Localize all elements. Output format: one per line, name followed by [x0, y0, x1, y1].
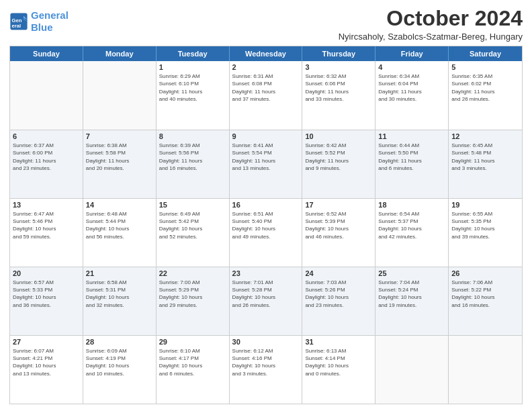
weekday-header: Friday: [375, 46, 449, 61]
day-number: 13: [13, 201, 80, 209]
calendar-row: 13Sunrise: 6:47 AM Sunset: 5:46 PM Dayli…: [10, 198, 522, 267]
calendar-cell: 31Sunrise: 6:13 AM Sunset: 4:14 PM Dayli…: [302, 336, 375, 404]
calendar-cell: 16Sunrise: 6:51 AM Sunset: 5:40 PM Dayli…: [230, 199, 303, 267]
calendar-cell: 1Sunrise: 6:29 AM Sunset: 6:10 PM Daylig…: [157, 61, 230, 130]
day-info: Sunrise: 6:38 AM Sunset: 5:58 PM Dayligh…: [86, 142, 153, 172]
calendar-cell: 28Sunrise: 6:09 AM Sunset: 4:19 PM Dayli…: [83, 336, 157, 404]
day-number: 21: [86, 269, 153, 277]
day-number: 5: [451, 63, 519, 71]
logo-line1: General: [31, 9, 69, 21]
calendar-cell: [10, 61, 83, 130]
calendar-header: SundayMondayTuesdayWednesdayThursdayFrid…: [10, 46, 522, 61]
calendar-row: 1Sunrise: 6:29 AM Sunset: 6:10 PM Daylig…: [10, 61, 522, 130]
calendar-cell: 11Sunrise: 6:44 AM Sunset: 5:50 PM Dayli…: [375, 130, 449, 198]
day-number: 25: [378, 269, 445, 277]
calendar-row: 20Sunrise: 6:57 AM Sunset: 5:33 PM Dayli…: [10, 267, 522, 335]
day-number: 7: [86, 132, 153, 140]
calendar-row: 27Sunrise: 6:07 AM Sunset: 4:21 PM Dayli…: [10, 335, 522, 404]
calendar-cell: 18Sunrise: 6:54 AM Sunset: 5:37 PM Dayli…: [375, 199, 449, 267]
day-info: Sunrise: 6:32 AM Sunset: 6:06 PM Dayligh…: [305, 73, 372, 103]
day-number: 14: [86, 201, 153, 209]
day-info: Sunrise: 6:51 AM Sunset: 5:40 PM Dayligh…: [232, 210, 300, 240]
calendar-cell: 15Sunrise: 6:49 AM Sunset: 5:42 PM Dayli…: [157, 199, 230, 267]
day-number: 4: [378, 63, 445, 71]
calendar-cell: 30Sunrise: 6:12 AM Sunset: 4:16 PM Dayli…: [230, 336, 303, 404]
day-info: Sunrise: 6:09 AM Sunset: 4:19 PM Dayligh…: [86, 347, 153, 377]
calendar-cell: 9Sunrise: 6:41 AM Sunset: 5:54 PM Daylig…: [230, 130, 303, 198]
calendar-cell: 19Sunrise: 6:55 AM Sunset: 5:35 PM Dayli…: [449, 199, 522, 267]
day-info: Sunrise: 6:58 AM Sunset: 5:31 PM Dayligh…: [86, 279, 153, 309]
day-info: Sunrise: 6:35 AM Sunset: 6:02 PM Dayligh…: [451, 73, 519, 103]
day-info: Sunrise: 6:57 AM Sunset: 5:33 PM Dayligh…: [13, 279, 80, 309]
weekday-header: Monday: [83, 46, 157, 61]
calendar-cell: 12Sunrise: 6:45 AM Sunset: 5:48 PM Dayli…: [449, 130, 522, 198]
day-number: 2: [232, 63, 300, 71]
calendar-cell: [449, 336, 522, 404]
calendar: SundayMondayTuesdayWednesdayThursdayFrid…: [9, 46, 523, 404]
day-number: 17: [305, 201, 372, 209]
calendar-cell: 2Sunrise: 6:31 AM Sunset: 6:08 PM Daylig…: [230, 61, 303, 130]
day-info: Sunrise: 6:34 AM Sunset: 6:04 PM Dayligh…: [378, 73, 445, 103]
day-info: Sunrise: 6:42 AM Sunset: 5:52 PM Dayligh…: [305, 142, 372, 172]
day-info: Sunrise: 7:03 AM Sunset: 5:26 PM Dayligh…: [305, 279, 372, 309]
day-number: 16: [232, 201, 300, 209]
calendar-cell: 14Sunrise: 6:48 AM Sunset: 5:44 PM Dayli…: [83, 199, 157, 267]
calendar-cell: 10Sunrise: 6:42 AM Sunset: 5:52 PM Dayli…: [302, 130, 375, 198]
day-info: Sunrise: 6:12 AM Sunset: 4:16 PM Dayligh…: [232, 347, 300, 377]
calendar-cell: 24Sunrise: 7:03 AM Sunset: 5:26 PM Dayli…: [302, 267, 375, 335]
weekday-header: Sunday: [10, 46, 83, 61]
day-number: 23: [232, 269, 300, 277]
weekday-header: Saturday: [449, 46, 522, 61]
day-number: 1: [159, 63, 226, 71]
logo-icon: Gen eral: [9, 12, 28, 31]
day-info: Sunrise: 7:00 AM Sunset: 5:29 PM Dayligh…: [159, 279, 226, 309]
calendar-cell: 21Sunrise: 6:58 AM Sunset: 5:31 PM Dayli…: [83, 267, 157, 335]
day-info: Sunrise: 7:01 AM Sunset: 5:28 PM Dayligh…: [232, 279, 300, 309]
calendar-row: 6Sunrise: 6:37 AM Sunset: 6:00 PM Daylig…: [10, 130, 522, 198]
day-number: 29: [159, 338, 226, 346]
calendar-cell: 26Sunrise: 7:06 AM Sunset: 5:22 PM Dayli…: [449, 267, 522, 335]
day-number: 8: [159, 132, 226, 140]
day-info: Sunrise: 6:52 AM Sunset: 5:39 PM Dayligh…: [305, 210, 372, 240]
day-number: 3: [305, 63, 372, 71]
day-info: Sunrise: 6:55 AM Sunset: 5:35 PM Dayligh…: [451, 210, 519, 240]
day-number: 6: [13, 132, 80, 140]
day-info: Sunrise: 6:31 AM Sunset: 6:08 PM Dayligh…: [232, 73, 300, 103]
calendar-cell: [83, 61, 157, 130]
day-info: Sunrise: 6:44 AM Sunset: 5:50 PM Dayligh…: [378, 142, 445, 172]
day-number: 10: [305, 132, 372, 140]
page: Gen eral General Blue October 2024 Nyirc…: [0, 0, 532, 411]
calendar-cell: 17Sunrise: 6:52 AM Sunset: 5:39 PM Dayli…: [302, 199, 375, 267]
location: Nyircsaholy, Szabolcs-Szatmar-Bereg, Hun…: [339, 32, 523, 42]
day-number: 27: [13, 338, 80, 346]
day-number: 12: [451, 132, 519, 140]
logo-text: General Blue: [31, 9, 69, 34]
day-number: 31: [305, 338, 372, 346]
day-number: 15: [159, 201, 226, 209]
calendar-cell: 3Sunrise: 6:32 AM Sunset: 6:06 PM Daylig…: [302, 61, 375, 130]
day-number: 22: [159, 269, 226, 277]
day-number: 9: [232, 132, 300, 140]
calendar-body: 1Sunrise: 6:29 AM Sunset: 6:10 PM Daylig…: [10, 61, 522, 404]
calendar-cell: 29Sunrise: 6:10 AM Sunset: 4:17 PM Dayli…: [157, 336, 230, 404]
weekday-header: Wednesday: [230, 46, 303, 61]
title-area: October 2024 Nyircsaholy, Szabolcs-Szatm…: [339, 7, 523, 42]
calendar-cell: 22Sunrise: 7:00 AM Sunset: 5:29 PM Dayli…: [157, 267, 230, 335]
day-number: 24: [305, 269, 372, 277]
day-info: Sunrise: 6:45 AM Sunset: 5:48 PM Dayligh…: [451, 142, 519, 172]
calendar-cell: 8Sunrise: 6:39 AM Sunset: 5:56 PM Daylig…: [157, 130, 230, 198]
logo-line2: Blue: [31, 21, 53, 33]
logo-area: Gen eral General Blue: [9, 9, 69, 34]
day-info: Sunrise: 7:04 AM Sunset: 5:24 PM Dayligh…: [378, 279, 445, 309]
day-info: Sunrise: 6:07 AM Sunset: 4:21 PM Dayligh…: [13, 347, 80, 377]
day-info: Sunrise: 6:41 AM Sunset: 5:54 PM Dayligh…: [232, 142, 300, 172]
calendar-cell: 7Sunrise: 6:38 AM Sunset: 5:58 PM Daylig…: [83, 130, 157, 198]
calendar-cell: 23Sunrise: 7:01 AM Sunset: 5:28 PM Dayli…: [230, 267, 303, 335]
day-number: 28: [86, 338, 153, 346]
weekday-header: Thursday: [302, 46, 375, 61]
day-info: Sunrise: 6:13 AM Sunset: 4:14 PM Dayligh…: [305, 347, 372, 377]
day-info: Sunrise: 6:37 AM Sunset: 6:00 PM Dayligh…: [13, 142, 80, 172]
day-number: 30: [232, 338, 300, 346]
calendar-cell: [375, 336, 449, 404]
day-info: Sunrise: 6:10 AM Sunset: 4:17 PM Dayligh…: [159, 347, 226, 377]
